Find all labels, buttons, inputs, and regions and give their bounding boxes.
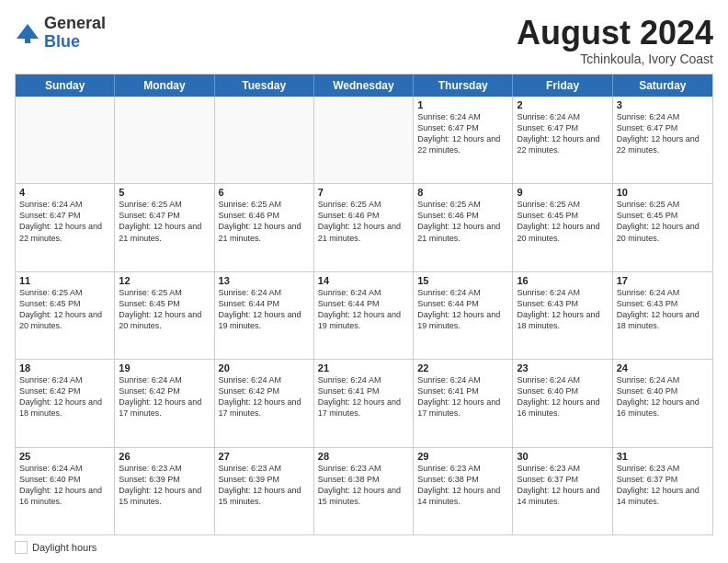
cal-cell-empty (314, 97, 414, 183)
cal-header-friday: Friday (513, 75, 612, 97)
day-number: 4 (19, 187, 110, 198)
day-info: Sunrise: 6:23 AM Sunset: 6:39 PM Dayligh… (119, 463, 210, 508)
cal-week-3: 11Sunrise: 6:25 AM Sunset: 6:45 PM Dayli… (16, 272, 712, 360)
day-number: 25 (19, 451, 110, 462)
day-number: 24 (617, 362, 709, 373)
day-info: Sunrise: 6:24 AM Sunset: 6:43 PM Dayligh… (517, 287, 608, 332)
logo-text: General Blue (44, 15, 106, 52)
cal-header-tuesday: Tuesday (215, 75, 314, 97)
legend-daylight: Daylight hours (15, 541, 97, 554)
day-number: 7 (318, 187, 409, 198)
cal-header-monday: Monday (115, 75, 214, 97)
subtitle: Tchinkoula, Ivory Coast (517, 52, 713, 66)
day-number: 27 (219, 451, 310, 462)
legend-daylight-label: Daylight hours (32, 542, 97, 553)
day-info: Sunrise: 6:25 AM Sunset: 6:45 PM Dayligh… (119, 287, 210, 332)
day-number: 14 (318, 275, 409, 286)
day-number: 8 (417, 187, 508, 198)
cal-cell-day-28: 28Sunrise: 6:23 AM Sunset: 6:38 PM Dayli… (314, 448, 414, 534)
logo-icon (15, 20, 40, 46)
cal-cell-day-26: 26Sunrise: 6:23 AM Sunset: 6:39 PM Dayli… (115, 448, 214, 534)
day-info: Sunrise: 6:23 AM Sunset: 6:37 PM Dayligh… (517, 463, 608, 508)
cal-cell-day-11: 11Sunrise: 6:25 AM Sunset: 6:45 PM Dayli… (16, 272, 115, 359)
cal-header-thursday: Thursday (414, 75, 513, 97)
day-number: 17 (617, 275, 709, 286)
title-block: August 2024 Tchinkoula, Ivory Coast (517, 15, 713, 66)
day-info: Sunrise: 6:24 AM Sunset: 6:44 PM Dayligh… (219, 287, 310, 332)
calendar: SundayMondayTuesdayWednesdayThursdayFrid… (15, 74, 713, 535)
cal-cell-day-17: 17Sunrise: 6:24 AM Sunset: 6:43 PM Dayli… (613, 272, 712, 359)
day-info: Sunrise: 6:25 AM Sunset: 6:46 PM Dayligh… (219, 199, 310, 244)
cal-cell-day-14: 14Sunrise: 6:24 AM Sunset: 6:44 PM Dayli… (314, 272, 414, 359)
day-info: Sunrise: 6:24 AM Sunset: 6:42 PM Dayligh… (19, 374, 110, 419)
day-info: Sunrise: 6:24 AM Sunset: 6:41 PM Dayligh… (417, 374, 508, 419)
cal-cell-empty (215, 97, 314, 183)
cal-cell-day-30: 30Sunrise: 6:23 AM Sunset: 6:37 PM Dayli… (513, 448, 612, 534)
logo: General Blue (15, 15, 106, 52)
calendar-header: SundayMondayTuesdayWednesdayThursdayFrid… (16, 75, 712, 97)
svg-rect-1 (25, 39, 30, 43)
day-info: Sunrise: 6:23 AM Sunset: 6:39 PM Dayligh… (219, 463, 310, 508)
cal-week-2: 4Sunrise: 6:24 AM Sunset: 6:47 PM Daylig… (16, 184, 712, 271)
cal-cell-day-1: 1Sunrise: 6:24 AM Sunset: 6:47 PM Daylig… (414, 97, 513, 183)
cal-cell-day-9: 9Sunrise: 6:25 AM Sunset: 6:45 PM Daylig… (513, 184, 612, 270)
day-number: 9 (517, 187, 608, 198)
day-info: Sunrise: 6:24 AM Sunset: 6:41 PM Dayligh… (318, 374, 409, 419)
cal-cell-day-16: 16Sunrise: 6:24 AM Sunset: 6:43 PM Dayli… (513, 272, 612, 359)
day-info: Sunrise: 6:23 AM Sunset: 6:38 PM Dayligh… (417, 463, 508, 508)
cal-header-saturday: Saturday (613, 75, 712, 97)
day-number: 6 (219, 187, 310, 198)
cal-cell-day-19: 19Sunrise: 6:24 AM Sunset: 6:42 PM Dayli… (115, 360, 214, 446)
day-number: 18 (19, 362, 110, 373)
day-info: Sunrise: 6:25 AM Sunset: 6:46 PM Dayligh… (417, 199, 508, 244)
day-number: 29 (417, 451, 508, 462)
day-info: Sunrise: 6:24 AM Sunset: 6:47 PM Dayligh… (417, 111, 508, 156)
day-number: 3 (617, 99, 709, 110)
day-number: 2 (517, 99, 608, 110)
day-info: Sunrise: 6:24 AM Sunset: 6:40 PM Dayligh… (19, 463, 110, 508)
cal-cell-empty (16, 97, 115, 183)
cal-cell-day-20: 20Sunrise: 6:24 AM Sunset: 6:42 PM Dayli… (215, 360, 314, 446)
logo-general: General (44, 15, 106, 33)
day-number: 31 (617, 451, 709, 462)
day-number: 21 (318, 362, 409, 373)
cal-cell-day-13: 13Sunrise: 6:24 AM Sunset: 6:44 PM Dayli… (215, 272, 314, 359)
cal-cell-day-23: 23Sunrise: 6:24 AM Sunset: 6:40 PM Dayli… (513, 360, 612, 446)
cal-cell-day-4: 4Sunrise: 6:24 AM Sunset: 6:47 PM Daylig… (16, 184, 115, 270)
cal-header-sunday: Sunday (16, 75, 115, 97)
footer: Daylight hours (15, 541, 713, 554)
header: General Blue August 2024 Tchinkoula, Ivo… (15, 15, 713, 66)
cal-cell-day-2: 2Sunrise: 6:24 AM Sunset: 6:47 PM Daylig… (513, 97, 612, 183)
cal-cell-day-3: 3Sunrise: 6:24 AM Sunset: 6:47 PM Daylig… (613, 97, 712, 183)
cal-cell-day-31: 31Sunrise: 6:23 AM Sunset: 6:37 PM Dayli… (613, 448, 712, 534)
day-info: Sunrise: 6:25 AM Sunset: 6:45 PM Dayligh… (517, 199, 608, 244)
day-info: Sunrise: 6:25 AM Sunset: 6:46 PM Dayligh… (318, 199, 409, 244)
day-info: Sunrise: 6:24 AM Sunset: 6:43 PM Dayligh… (617, 287, 709, 332)
main-title: August 2024 (517, 15, 713, 52)
day-info: Sunrise: 6:24 AM Sunset: 6:47 PM Dayligh… (19, 199, 110, 244)
cal-cell-day-5: 5Sunrise: 6:25 AM Sunset: 6:47 PM Daylig… (115, 184, 214, 270)
day-number: 23 (517, 362, 608, 373)
day-number: 12 (119, 275, 210, 286)
day-number: 19 (119, 362, 210, 373)
page: General Blue August 2024 Tchinkoula, Ivo… (0, 0, 728, 563)
cal-week-4: 18Sunrise: 6:24 AM Sunset: 6:42 PM Dayli… (16, 360, 712, 447)
day-info: Sunrise: 6:25 AM Sunset: 6:45 PM Dayligh… (617, 199, 709, 244)
cal-cell-day-29: 29Sunrise: 6:23 AM Sunset: 6:38 PM Dayli… (414, 448, 513, 534)
cal-week-1: 1Sunrise: 6:24 AM Sunset: 6:47 PM Daylig… (16, 97, 712, 184)
day-number: 20 (219, 362, 310, 373)
day-info: Sunrise: 6:23 AM Sunset: 6:37 PM Dayligh… (617, 463, 709, 508)
cal-cell-day-25: 25Sunrise: 6:24 AM Sunset: 6:40 PM Dayli… (16, 448, 115, 534)
day-info: Sunrise: 6:25 AM Sunset: 6:45 PM Dayligh… (19, 287, 110, 332)
day-info: Sunrise: 6:24 AM Sunset: 6:44 PM Dayligh… (417, 287, 508, 332)
cal-cell-day-7: 7Sunrise: 6:25 AM Sunset: 6:46 PM Daylig… (314, 184, 414, 270)
day-info: Sunrise: 6:24 AM Sunset: 6:42 PM Dayligh… (219, 374, 310, 419)
legend-box-daylight (15, 541, 28, 554)
day-number: 10 (617, 187, 709, 198)
svg-marker-0 (17, 24, 39, 39)
cal-cell-day-21: 21Sunrise: 6:24 AM Sunset: 6:41 PM Dayli… (314, 360, 414, 446)
cal-cell-day-15: 15Sunrise: 6:24 AM Sunset: 6:44 PM Dayli… (414, 272, 513, 359)
day-number: 26 (119, 451, 210, 462)
cal-header-wednesday: Wednesday (314, 75, 414, 97)
day-info: Sunrise: 6:24 AM Sunset: 6:47 PM Dayligh… (617, 111, 709, 156)
